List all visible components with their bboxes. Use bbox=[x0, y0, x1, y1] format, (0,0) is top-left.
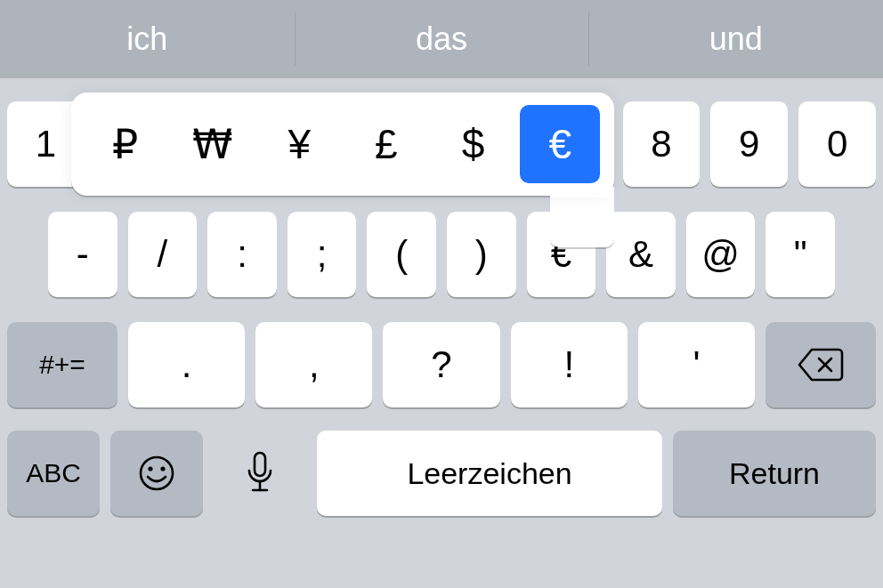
svg-point-0 bbox=[141, 457, 173, 489]
key-ampersand[interactable]: & bbox=[606, 212, 676, 297]
key-slash[interactable]: / bbox=[128, 212, 198, 297]
microphone-icon bbox=[245, 451, 275, 495]
key-more-symbols[interactable]: #+= bbox=[7, 322, 117, 407]
key-abc[interactable]: ABC bbox=[7, 431, 100, 516]
popup-option-won[interactable]: ₩ bbox=[173, 105, 253, 183]
key-close-paren[interactable]: ) bbox=[447, 212, 516, 297]
key-backspace[interactable] bbox=[766, 322, 876, 407]
svg-rect-3 bbox=[255, 453, 265, 476]
svg-point-2 bbox=[160, 466, 165, 471]
key-colon[interactable]: : bbox=[207, 212, 277, 297]
key-minus[interactable]: - bbox=[48, 212, 117, 297]
key-emoji[interactable] bbox=[110, 431, 203, 516]
suggestion-1[interactable]: ich bbox=[0, 0, 295, 78]
key-row-4: ABC Leerzeichen Retu bbox=[7, 431, 876, 516]
key-open-paren[interactable]: ( bbox=[367, 212, 436, 297]
key-8[interactable]: 8 bbox=[623, 101, 701, 187]
key-apostrophe[interactable]: ' bbox=[638, 322, 755, 407]
key-exclamation[interactable]: ! bbox=[511, 322, 628, 407]
popup-option-ruble[interactable]: ₽ bbox=[85, 105, 166, 183]
key-row-2: - / : ; ( ) € & @ " bbox=[7, 212, 876, 297]
popup-option-pound[interactable]: £ bbox=[346, 105, 426, 183]
key-semicolon[interactable]: ; bbox=[288, 212, 357, 297]
popup-option-yen[interactable]: ¥ bbox=[259, 105, 339, 183]
suggestion-3[interactable]: und bbox=[588, 0, 883, 78]
predictive-bar: ich das und bbox=[0, 0, 883, 78]
emoji-icon bbox=[137, 454, 176, 493]
key-quote[interactable]: " bbox=[766, 212, 835, 297]
svg-point-1 bbox=[148, 466, 152, 471]
popup-option-dollar[interactable]: $ bbox=[433, 105, 514, 183]
key-at[interactable]: @ bbox=[686, 212, 756, 297]
key-period[interactable]: . bbox=[128, 322, 245, 407]
key-question[interactable]: ? bbox=[383, 322, 499, 407]
key-space[interactable]: Leerzeichen bbox=[317, 431, 662, 516]
popup-option-euro[interactable]: € bbox=[520, 105, 600, 183]
backspace-icon bbox=[798, 348, 844, 382]
key-comma[interactable]: , bbox=[255, 322, 372, 407]
key-row-3: #+= . , ? ! ' bbox=[7, 322, 876, 407]
suggestion-2[interactable]: das bbox=[295, 0, 589, 78]
currency-popup: ₽ ₩ ¥ £ $ € bbox=[71, 93, 614, 196]
key-dictation[interactable] bbox=[214, 431, 306, 516]
key-0[interactable]: 0 bbox=[798, 101, 876, 187]
key-return[interactable]: Return bbox=[673, 431, 876, 516]
key-9[interactable]: 9 bbox=[710, 101, 788, 187]
popup-stem bbox=[550, 194, 614, 247]
